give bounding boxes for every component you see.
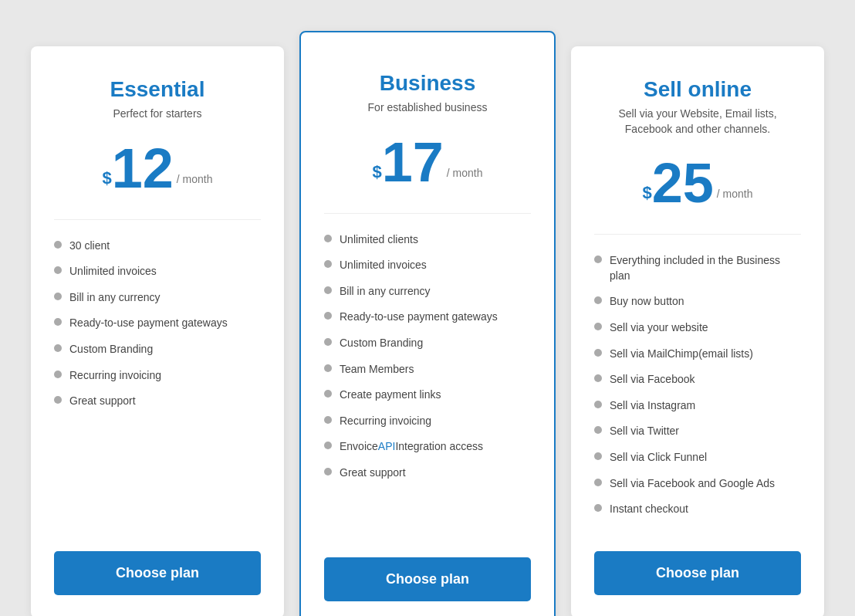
- feature-text: Ready-to-use payment gateways: [69, 316, 228, 331]
- feature-item: Custom Branding: [54, 342, 261, 357]
- feature-text: 30 client: [69, 239, 110, 254]
- feature-item: Team Members: [324, 362, 531, 377]
- feature-text: Ready-to-use payment gateways: [340, 310, 498, 325]
- feature-item: Instant checkout: [594, 502, 801, 517]
- feature-text: Sell via Facebook: [610, 372, 695, 388]
- feature-item: Sell via Facebook: [594, 372, 801, 388]
- bullet-icon: [594, 296, 602, 304]
- feature-text: Instant checkout: [610, 502, 688, 517]
- plan-card-essential: EssentialPerfect for starters$12/ month3…: [31, 46, 284, 616]
- feature-item: Sell via your website: [594, 320, 801, 336]
- choose-plan-button-business[interactable]: Choose plan: [324, 557, 531, 601]
- bullet-icon: [594, 426, 602, 434]
- plan-name-essential: Essential: [54, 77, 261, 102]
- feature-text: Great support: [340, 465, 406, 481]
- price-number-sell-online: 25: [652, 155, 714, 211]
- feature-text: Recurring invoicing: [69, 368, 161, 384]
- bullet-icon: [594, 504, 602, 512]
- bullet-icon: [54, 344, 62, 352]
- feature-item: Sell via Facebook and Google Ads: [594, 476, 801, 492]
- feature-item: Create payment links: [324, 388, 531, 403]
- bullet-icon: [594, 256, 602, 263]
- feature-item: Sell via Twitter: [594, 424, 801, 439]
- bullet-icon: [324, 442, 332, 449]
- plan-subtitle-sell-online: Sell via your Website, Email lists, Face…: [594, 107, 801, 137]
- features-list-essential: 30 clientUnlimited invoicesBill in any c…: [54, 239, 261, 528]
- price-number-business: 17: [382, 134, 444, 190]
- bullet-icon: [324, 416, 332, 424]
- bullet-icon: [594, 452, 602, 460]
- plan-price-sell-online: $25/ month: [594, 155, 801, 211]
- feature-text: Custom Branding: [69, 342, 153, 357]
- api-link[interactable]: API: [378, 439, 396, 455]
- plan-name-business: Business: [324, 71, 531, 96]
- feature-item: Sell via Instagram: [594, 398, 801, 414]
- feature-text: Everything included in the Business plan: [610, 253, 801, 283]
- bullet-icon: [54, 318, 62, 326]
- bullet-icon: [324, 312, 332, 320]
- feature-text: Unlimited invoices: [340, 258, 427, 273]
- bullet-icon: [324, 235, 332, 242]
- choose-plan-button-essential[interactable]: Choose plan: [54, 551, 261, 595]
- price-dollar-business: $: [372, 162, 381, 182]
- bullet-icon: [54, 241, 62, 249]
- feature-item: Recurring invoicing: [54, 368, 261, 384]
- feature-item: Custom Branding: [324, 336, 531, 351]
- price-dollar-essential: $: [102, 168, 111, 188]
- feature-item: 30 client: [54, 239, 261, 254]
- price-period-sell-online: / month: [717, 188, 753, 200]
- price-dollar-sell-online: $: [642, 183, 651, 203]
- plan-card-sell-online: Sell onlineSell via your Website, Email …: [571, 46, 824, 616]
- choose-plan-button-sell-online[interactable]: Choose plan: [594, 551, 801, 595]
- bullet-icon: [594, 349, 602, 357]
- feature-text: Bill in any currency: [340, 284, 431, 300]
- feature-item: Everything included in the Business plan: [594, 253, 801, 283]
- price-period-essential: / month: [177, 173, 213, 185]
- feature-text: Sell via Instagram: [610, 398, 695, 414]
- bullet-icon: [594, 401, 602, 408]
- price-period-business: / month: [447, 167, 483, 179]
- bullet-icon: [594, 479, 602, 486]
- bullet-icon: [324, 364, 332, 372]
- plan-name-sell-online: Sell online: [594, 77, 801, 102]
- features-list-sell-online: Everything included in the Business plan…: [594, 253, 801, 528]
- feature-text: Buy now button: [610, 294, 684, 310]
- feature-text: Sell via Twitter: [610, 424, 679, 439]
- feature-item: Great support: [324, 465, 531, 481]
- feature-item: Recurring invoicing: [324, 414, 531, 429]
- bullet-icon: [324, 260, 332, 268]
- feature-text: Sell via your website: [610, 320, 708, 336]
- bullet-icon: [324, 468, 332, 476]
- bullet-icon: [54, 396, 62, 404]
- feature-text: Sell via MailChimp(email lists): [610, 347, 753, 362]
- bullet-icon: [594, 374, 602, 382]
- feature-text: Unlimited clients: [340, 232, 418, 248]
- feature-item: Bill in any currency: [54, 290, 261, 306]
- plan-subtitle-business: For established business: [324, 100, 531, 116]
- feature-item: Ready-to-use payment gateways: [54, 316, 261, 331]
- bullet-icon: [324, 390, 332, 398]
- feature-text: Great support: [69, 394, 136, 409]
- feature-item: Great support: [54, 394, 261, 409]
- plan-card-business: BusinessFor established business$17/ mon…: [299, 31, 556, 616]
- feature-text: Team Members: [340, 362, 414, 377]
- bullet-icon: [54, 371, 62, 378]
- feature-item: Unlimited clients: [324, 232, 531, 248]
- plan-price-essential: $12/ month: [54, 140, 261, 196]
- plan-subtitle-essential: Perfect for starters: [54, 107, 261, 122]
- feature-item: Envoice API Integration access: [324, 439, 531, 455]
- feature-text: Create payment links: [340, 388, 441, 403]
- feature-text: Unlimited invoices: [69, 264, 157, 279]
- feature-text: Recurring invoicing: [340, 414, 431, 429]
- feature-item: Buy now button: [594, 294, 801, 310]
- bullet-icon: [54, 293, 62, 300]
- feature-item: Unlimited invoices: [324, 258, 531, 273]
- plan-price-business: $17/ month: [324, 134, 531, 190]
- feature-item: Unlimited invoices: [54, 264, 261, 279]
- bullet-icon: [54, 266, 62, 274]
- bullet-icon: [324, 286, 332, 294]
- bullet-icon: [324, 338, 332, 346]
- bullet-icon: [594, 323, 602, 330]
- feature-item: Sell via MailChimp(email lists): [594, 347, 801, 362]
- pricing-container: EssentialPerfect for starters$12/ month3…: [0, 0, 855, 616]
